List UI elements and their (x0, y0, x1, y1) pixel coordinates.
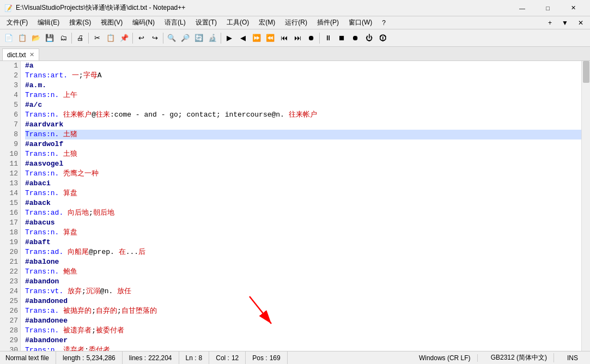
line-number: 14 (2, 189, 18, 198)
line-number: 7 (2, 120, 18, 130)
code-line[interactable]: #abacus (25, 218, 581, 228)
code-line[interactable]: #aback (25, 198, 581, 208)
line-number: 22 (2, 267, 18, 277)
code-line[interactable]: #a.m. (25, 81, 581, 90)
maximize-button[interactable]: □ (536, 2, 560, 14)
menu-encoding[interactable]: 编码(N) (128, 17, 159, 29)
line-number: 5 (2, 100, 18, 110)
tb-replace[interactable]: 🔄 (192, 32, 205, 45)
tb-btn5[interactable]: ⏮ (277, 32, 290, 45)
menu-search[interactable]: 搜索(S) (65, 17, 95, 29)
line-number: 17 (2, 218, 18, 228)
code-line[interactable]: Trans:n. 遗弃者;委付者 (25, 345, 581, 351)
code-line[interactable]: #abaci (25, 179, 581, 189)
line-number: 28 (2, 326, 18, 336)
menu-extra3[interactable]: ✕ (574, 17, 588, 29)
code-line[interactable]: Trans:n. 往来帐户@往来:come - and - go; contac… (25, 110, 581, 120)
code-line[interactable]: Trans:n. 算盘 (25, 189, 581, 198)
tab-close-btn[interactable]: ✕ (29, 51, 34, 58)
tb-save[interactable]: 💾 (43, 32, 56, 45)
tb-zoom-in[interactable]: 🔬 (206, 32, 219, 45)
code-line[interactable]: #aardvark (25, 120, 581, 130)
line-number: 16 (2, 208, 18, 218)
code-line[interactable]: #abalone (25, 257, 581, 267)
line-number: 3 (2, 81, 18, 90)
menu-settings[interactable]: 设置(T) (191, 17, 221, 29)
menu-help[interactable]: ? (378, 17, 390, 29)
line-number: 12 (2, 169, 18, 179)
menu-extra2[interactable]: ▼ (557, 17, 573, 29)
code-line[interactable]: Trans:n. 土猪 (25, 130, 581, 139)
menu-plugins[interactable]: 插件(P) (313, 17, 343, 29)
tb-new2[interactable]: 📋 (16, 32, 29, 45)
tb-print[interactable]: 🖨 (74, 32, 87, 45)
code-line[interactable]: #a (25, 61, 581, 71)
code-line[interactable]: Trans:n. 上午 (25, 90, 581, 100)
code-line[interactable]: Trans:ad. 向船尾@prep. 在...后 (25, 247, 581, 257)
close-button[interactable]: ✕ (561, 2, 586, 14)
tb-btn9[interactable]: ⏹ (335, 32, 348, 45)
menu-language[interactable]: 语言(L) (160, 17, 190, 29)
tb-btn1[interactable]: ▶ (223, 32, 236, 45)
tb-undo[interactable]: ↩ (135, 32, 148, 45)
status-bar: Normal text file length : 5,234,286 line… (0, 351, 590, 364)
tb-paste[interactable]: 📌 (118, 32, 131, 45)
code-line[interactable]: Trans:ad. 向后地;朝后地 (25, 208, 581, 218)
tb-btn2[interactable]: ◀ (236, 32, 250, 45)
tb-find[interactable]: 🔍 (165, 32, 178, 45)
menu-bar: 文件(F) 编辑(E) 搜索(S) 视图(V) 编码(N) 语言(L) 设置(T… (0, 16, 590, 29)
menu-view[interactable]: 视图(V) (96, 17, 127, 29)
menu-edit[interactable]: 编辑(E) (33, 17, 64, 29)
minimize-button[interactable]: — (510, 2, 534, 14)
menu-run[interactable]: 运行(R) (281, 17, 312, 29)
menu-window[interactable]: 窗口(W) (344, 17, 376, 29)
status-ln: Ln : 8 (179, 351, 210, 364)
code-line[interactable]: #aasvogel (25, 159, 581, 169)
tb-btn7[interactable]: ⏺ (305, 32, 318, 45)
code-line[interactable]: #abandoned (25, 296, 581, 306)
tb-copy[interactable]: 📋 (104, 32, 117, 45)
tb-btn3[interactable]: ⏩ (250, 32, 263, 45)
line-number: 19 (2, 238, 18, 247)
line-number: 13 (2, 179, 18, 189)
code-line[interactable]: Trans:n. 秃鹰之一种 (25, 169, 581, 179)
menu-extra1[interactable]: + (544, 17, 556, 29)
code-line[interactable]: Trans:n. 鲍鱼 (25, 267, 581, 277)
tb-new[interactable]: 📄 (2, 32, 15, 45)
code-line[interactable]: Trans:art. 一;字母A (25, 71, 581, 81)
line-numbers: 1234567891011121314151617181920212223242… (0, 61, 21, 351)
tb-btn6[interactable]: ⏭ (291, 32, 304, 45)
code-line[interactable]: Trans:n. 算盘 (25, 228, 581, 238)
code-line[interactable]: Trans:a. 被抛弃的;自弃的;自甘堕落的 (25, 306, 581, 316)
code-content[interactable]: #aTrans:art. 一;字母A#a.m.Trans:n. 上午#a/cTr… (21, 61, 581, 351)
menu-tools[interactable]: 工具(O) (222, 17, 253, 29)
tb-saveall[interactable]: 🗂 (57, 32, 70, 45)
code-line[interactable]: Trans:n. 被遗弃者;被委付者 (25, 326, 581, 336)
tb-redo[interactable]: ↪ (148, 32, 161, 45)
line-number: 26 (2, 306, 18, 316)
tb-btn4[interactable]: ⏪ (264, 32, 277, 45)
code-line[interactable]: #abandon (25, 277, 581, 287)
tb-btn12[interactable]: ⏼ (376, 32, 389, 45)
tb-cut[interactable]: ✂ (90, 32, 104, 45)
line-number: 1 (2, 61, 18, 71)
tb-open[interactable]: 📂 (29, 32, 42, 45)
menu-file[interactable]: 文件(F) (2, 17, 32, 29)
tb-find2[interactable]: 🔎 (179, 32, 192, 45)
code-line[interactable]: Trans:vt. 放弃;沉溺@n. 放任 (25, 287, 581, 296)
code-line[interactable]: #aardwolf (25, 139, 581, 149)
code-line[interactable]: #abandoner (25, 336, 581, 345)
menu-macro[interactable]: 宏(M) (254, 17, 279, 29)
tb-btn11[interactable]: ⏻ (362, 32, 375, 45)
code-line[interactable]: #abandonee (25, 316, 581, 326)
tb-btn10[interactable]: ⏺ (349, 32, 362, 45)
tb-btn8[interactable]: ⏸ (321, 32, 334, 45)
scroll-thumb[interactable] (583, 61, 589, 83)
editor-wrapper[interactable]: #aTrans:art. 一;字母A#a.m.Trans:n. 上午#a/cTr… (21, 61, 590, 351)
tab-dict[interactable]: dict.txt ✕ (2, 48, 39, 60)
scrollbar[interactable] (581, 61, 590, 351)
code-line[interactable]: Trans:n. 土狼 (25, 149, 581, 159)
code-line[interactable]: #a/c (25, 100, 581, 110)
line-number: 23 (2, 277, 18, 287)
code-line[interactable]: #abaft (25, 238, 581, 247)
